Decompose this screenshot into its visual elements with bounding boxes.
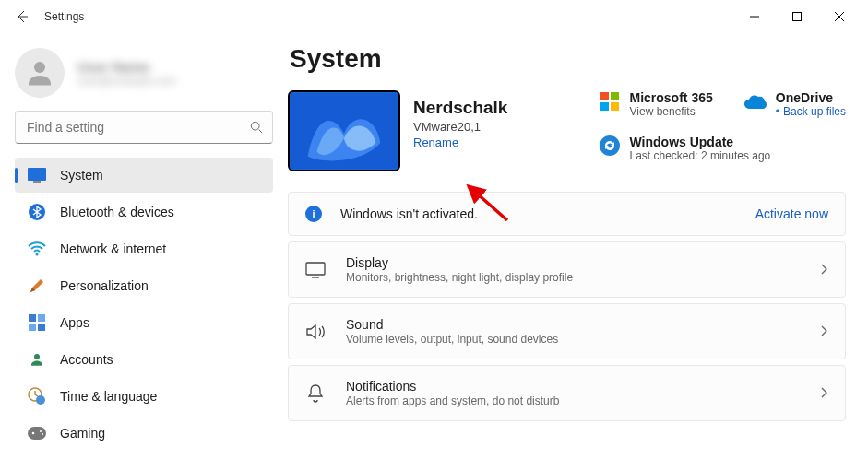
close-button[interactable] bbox=[818, 2, 861, 31]
sidebar-item-time[interactable]: Time & language bbox=[15, 379, 273, 414]
svg-rect-22 bbox=[611, 102, 619, 111]
nav-label: Apps bbox=[60, 315, 89, 330]
back-arrow-icon bbox=[15, 9, 30, 24]
tile-onedrive[interactable]: OneDrive•Back up files bbox=[744, 90, 846, 118]
svg-rect-10 bbox=[38, 324, 45, 331]
chevron-right-icon bbox=[821, 324, 828, 339]
tile-windows-update[interactable]: Windows UpdateLast checked: 2 minutes ag… bbox=[599, 135, 771, 162]
apps-icon bbox=[27, 312, 47, 333]
svg-rect-20 bbox=[611, 92, 619, 100]
account-name: User Name bbox=[77, 59, 176, 75]
device-model: VMware20,1 bbox=[413, 120, 507, 134]
windows-update-icon bbox=[599, 135, 621, 157]
nav-label: Gaming bbox=[60, 426, 105, 441]
svg-point-11 bbox=[34, 354, 40, 359]
activation-text: Windows isn't activated. bbox=[340, 206, 478, 221]
activate-link[interactable]: Activate now bbox=[755, 206, 828, 221]
tile-sub: •Back up files bbox=[776, 105, 846, 118]
svg-rect-3 bbox=[28, 168, 46, 181]
accounts-icon bbox=[27, 349, 47, 370]
svg-point-13 bbox=[36, 395, 45, 405]
svg-point-15 bbox=[32, 432, 35, 435]
titlebar: Settings bbox=[0, 0, 868, 33]
svg-rect-7 bbox=[29, 314, 36, 322]
nav-label: System bbox=[60, 168, 103, 183]
sidebar-item-gaming[interactable]: Gaming bbox=[15, 416, 273, 451]
svg-point-2 bbox=[251, 122, 259, 130]
tile-title: Microsoft 365 bbox=[630, 90, 713, 105]
chevron-right-icon bbox=[821, 263, 828, 277]
sidebar-item-accounts[interactable]: Accounts bbox=[15, 342, 273, 377]
window-title: Settings bbox=[44, 10, 84, 23]
bluetooth-icon bbox=[27, 202, 47, 222]
info-icon: i bbox=[305, 206, 322, 222]
tile-sub: Last checked: 2 minutes ago bbox=[630, 149, 771, 162]
avatar bbox=[15, 48, 65, 98]
chevron-right-icon bbox=[821, 386, 828, 401]
device-hero: Nerdschalk VMware20,1 Rename Microsoft 3… bbox=[288, 90, 846, 171]
nav-label: Bluetooth & devices bbox=[60, 205, 174, 219]
wifi-icon bbox=[27, 239, 47, 259]
card-notifications[interactable]: NotificationsAlerts from apps and system… bbox=[288, 365, 846, 421]
microsoft-365-icon bbox=[599, 90, 621, 112]
rename-link[interactable]: Rename bbox=[413, 135, 458, 149]
close-icon bbox=[835, 12, 844, 21]
system-icon bbox=[27, 165, 47, 185]
onedrive-icon bbox=[744, 90, 767, 112]
search-icon bbox=[250, 121, 263, 134]
minimize-icon bbox=[750, 12, 759, 21]
card-sound[interactable]: SoundVolume levels, output, input, sound… bbox=[288, 303, 846, 359]
sidebar-item-bluetooth[interactable]: Bluetooth & devices bbox=[15, 194, 273, 230]
activation-banner: i Windows isn't activated. Activate now bbox=[288, 192, 846, 236]
sidebar-item-apps[interactable]: Apps bbox=[15, 305, 273, 340]
maximize-button[interactable] bbox=[776, 2, 818, 31]
svg-rect-0 bbox=[793, 13, 802, 21]
tile-microsoft-365[interactable]: Microsoft 365View benefits bbox=[599, 90, 713, 118]
svg-point-23 bbox=[600, 135, 620, 156]
device-name: Nerdschalk bbox=[413, 98, 507, 118]
tile-title: OneDrive bbox=[776, 90, 846, 105]
svg-rect-21 bbox=[600, 102, 609, 111]
device-thumbnail[interactable] bbox=[288, 90, 400, 171]
svg-rect-24 bbox=[306, 263, 325, 275]
maximize-icon bbox=[792, 12, 802, 21]
account-email: user@example.com bbox=[77, 75, 176, 88]
svg-point-1 bbox=[34, 62, 45, 73]
bell-icon bbox=[305, 383, 326, 404]
wallpaper-bloom-icon bbox=[290, 92, 398, 170]
nav-label: Accounts bbox=[60, 352, 113, 367]
search-input[interactable] bbox=[25, 119, 250, 135]
tile-title: Windows Update bbox=[630, 135, 771, 149]
card-title: Sound bbox=[346, 317, 558, 332]
person-icon bbox=[23, 56, 56, 89]
display-icon bbox=[305, 260, 326, 280]
svg-rect-14 bbox=[28, 427, 46, 440]
sidebar-item-personalization[interactable]: Personalization bbox=[15, 268, 273, 303]
svg-rect-19 bbox=[600, 92, 609, 100]
sound-icon bbox=[305, 322, 326, 342]
nav-list: System Bluetooth & devices Network & int… bbox=[11, 157, 277, 452]
page-title: System bbox=[290, 44, 846, 74]
account-block[interactable]: User Name user@example.com bbox=[15, 48, 273, 98]
svg-rect-9 bbox=[29, 324, 36, 331]
card-sub: Monitors, brightness, night light, displ… bbox=[346, 271, 573, 284]
nav-label: Personalization bbox=[60, 278, 149, 293]
clock-globe-icon bbox=[27, 386, 47, 406]
search-box[interactable] bbox=[15, 111, 273, 144]
svg-point-16 bbox=[40, 430, 42, 432]
sidebar-item-system[interactable]: System bbox=[15, 158, 273, 193]
sidebar: User Name user@example.com System Blueto… bbox=[11, 37, 277, 452]
brush-icon bbox=[27, 276, 47, 296]
card-title: Display bbox=[346, 255, 573, 270]
svg-point-6 bbox=[36, 253, 39, 256]
gaming-icon bbox=[27, 423, 47, 443]
svg-rect-8 bbox=[38, 314, 45, 322]
minimize-button[interactable] bbox=[733, 2, 776, 31]
svg-rect-4 bbox=[33, 181, 41, 183]
nav-label: Network & internet bbox=[60, 241, 166, 256]
card-display[interactable]: DisplayMonitors, brightness, night light… bbox=[288, 241, 846, 298]
back-button[interactable] bbox=[7, 2, 37, 31]
sidebar-item-network[interactable]: Network & internet bbox=[15, 231, 273, 266]
card-sub: Volume levels, output, input, sound devi… bbox=[346, 333, 558, 346]
tile-sub: View benefits bbox=[630, 105, 713, 118]
